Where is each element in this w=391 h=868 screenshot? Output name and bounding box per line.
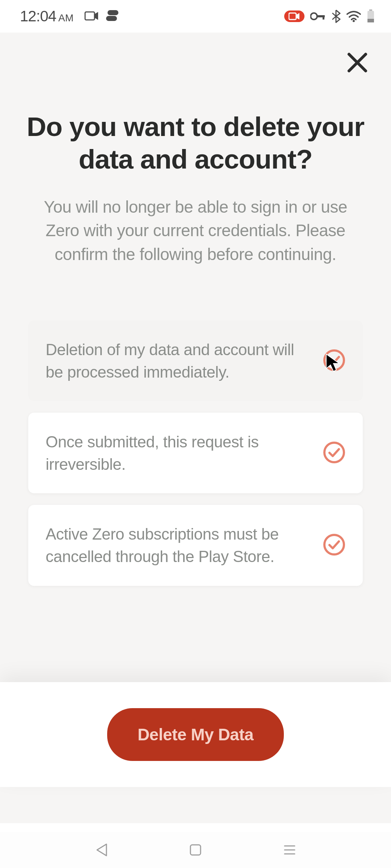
svg-point-15 xyxy=(324,535,344,554)
check-circle-icon xyxy=(323,533,345,557)
svg-rect-8 xyxy=(369,9,372,11)
system-navigation-bar xyxy=(0,832,391,868)
nav-home-button[interactable] xyxy=(187,841,204,859)
page-subtitle: You will no longer be able to sign in or… xyxy=(24,195,367,266)
status-time-value: 12:04 xyxy=(20,8,56,25)
svg-rect-1 xyxy=(108,10,118,15)
status-bar-right xyxy=(284,9,375,23)
recording-indicator-icon xyxy=(284,10,304,22)
bluetooth-icon xyxy=(331,9,341,23)
svg-rect-3 xyxy=(289,13,296,20)
status-left-icons xyxy=(84,9,120,22)
vpn-key-icon xyxy=(310,12,325,21)
header-actions xyxy=(346,33,391,75)
acknowledgement-card[interactable]: Deletion of my data and account will be … xyxy=(28,320,363,401)
check-circle-icon xyxy=(323,441,345,465)
svg-point-7 xyxy=(353,20,355,22)
stacked-shapes-icon xyxy=(105,9,120,22)
status-bar: 12:04AM xyxy=(0,0,391,33)
acknowledgement-text: Deletion of my data and account will be … xyxy=(46,339,312,383)
svg-rect-16 xyxy=(190,845,201,855)
page-title: Do you want to delete your data and acco… xyxy=(24,110,367,175)
status-ampm: AM xyxy=(58,12,73,24)
app-screen: Do you want to delete your data and acco… xyxy=(0,33,391,823)
bottom-action-area: Delete My Data xyxy=(0,682,391,787)
home-square-icon xyxy=(189,843,202,856)
acknowledgement-list: Deletion of my data and account will be … xyxy=(28,320,363,586)
delete-my-data-button[interactable]: Delete My Data xyxy=(107,708,284,761)
back-triangle-icon xyxy=(95,843,108,857)
svg-point-4 xyxy=(311,13,317,20)
status-time: 12:04AM xyxy=(20,8,73,25)
close-icon xyxy=(346,51,369,74)
acknowledgement-card[interactable]: Active Zero subscriptions must be cancel… xyxy=(28,505,363,586)
acknowledgement-text: Once submitted, this request is irrevers… xyxy=(46,431,312,475)
battery-icon xyxy=(367,9,375,23)
wifi-icon xyxy=(346,10,361,22)
nav-back-button[interactable] xyxy=(93,841,110,859)
svg-rect-2 xyxy=(106,16,117,21)
check-circle-icon xyxy=(323,349,345,373)
nav-recents-button[interactable] xyxy=(281,841,298,859)
recents-lines-icon xyxy=(283,844,296,855)
svg-point-13 xyxy=(324,350,344,370)
status-bar-left: 12:04AM xyxy=(20,8,120,25)
content: Do you want to delete your data and acco… xyxy=(0,33,391,266)
close-button[interactable] xyxy=(346,51,369,75)
camcorder-icon xyxy=(84,10,99,21)
acknowledgement-card[interactable]: Once submitted, this request is irrevers… xyxy=(28,413,363,493)
svg-rect-0 xyxy=(85,12,94,20)
acknowledgement-text: Active Zero subscriptions must be cancel… xyxy=(46,523,312,567)
svg-point-14 xyxy=(324,443,344,462)
svg-rect-6 xyxy=(323,15,324,20)
